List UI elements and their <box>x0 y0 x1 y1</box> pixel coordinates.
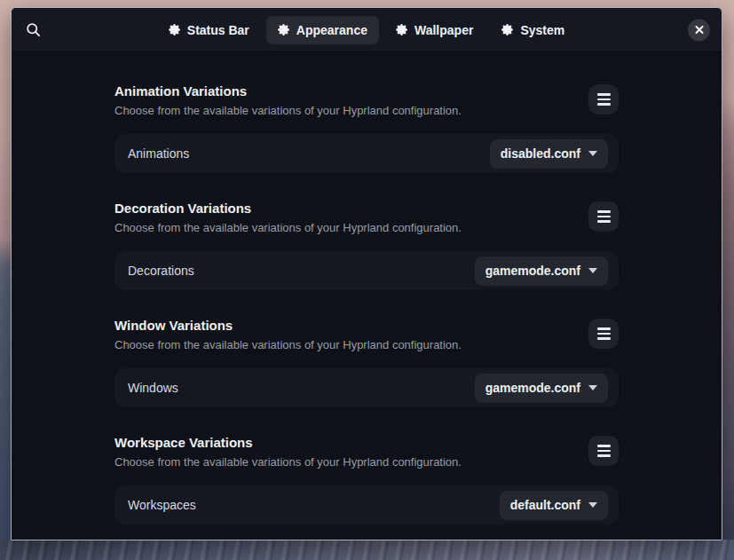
chevron-down-icon <box>588 502 597 508</box>
decoration-menu-button[interactable] <box>588 201 619 232</box>
close-button[interactable] <box>688 19 710 41</box>
hamburger-menu-icon <box>597 327 611 339</box>
group-title: Workspace Variations <box>114 434 619 451</box>
tab-appearance[interactable]: Appearance <box>266 16 379 44</box>
workspace-menu-button[interactable] <box>588 436 619 466</box>
group-title: Animation Variations <box>114 83 619 99</box>
windows-dropdown[interactable]: gamemode.conf <box>475 374 608 403</box>
gear-icon <box>396 24 407 35</box>
tab-system[interactable]: System <box>490 16 576 44</box>
header-bar: Status Bar Appearance Wallpaper System <box>12 8 722 52</box>
tab-label: Status Bar <box>187 23 249 37</box>
wallpaper-right-ridge <box>722 0 734 560</box>
hamburger-menu-icon <box>597 210 611 222</box>
chevron-down-icon <box>588 268 597 273</box>
animations-dropdown[interactable]: disabled.conf <box>490 139 608 169</box>
group-description: Choose from the available variations of … <box>114 454 619 470</box>
windows-row: Windows gamemode.conf <box>114 368 619 407</box>
tab-bar: Status Bar Appearance Wallpaper System <box>12 16 722 44</box>
tab-wallpaper[interactable]: Wallpaper <box>384 16 485 44</box>
group-decoration-variations: Decoration Variations Choose from the av… <box>114 200 619 290</box>
wallpaper-bottom-mountain <box>0 540 734 560</box>
hamburger-menu-icon <box>597 445 611 456</box>
row-label: Workspaces <box>128 498 500 512</box>
dropdown-value: gamemode.conf <box>485 381 580 395</box>
dropdown-value: default.conf <box>510 498 580 512</box>
tab-status-bar[interactable]: Status Bar <box>157 16 261 44</box>
decorations-row: Decorations gamemode.conf <box>114 251 619 290</box>
dropdown-value: disabled.conf <box>501 146 580 161</box>
group-workspace-variations: Workspace Variations Choose from the ava… <box>114 434 619 525</box>
row-label: Decorations <box>128 264 475 278</box>
gear-icon <box>501 24 513 35</box>
row-label: Animations <box>128 146 490 161</box>
close-icon <box>695 26 704 35</box>
group-title: Window Variations <box>114 317 619 334</box>
search-button[interactable] <box>26 8 41 51</box>
chevron-down-icon <box>588 151 597 156</box>
tab-label: Wallpaper <box>414 23 473 37</box>
tab-label: System <box>520 23 564 37</box>
chevron-down-icon <box>588 385 597 390</box>
workspaces-dropdown[interactable]: default.conf <box>500 491 608 520</box>
group-description: Choose from the available variations of … <box>114 103 619 119</box>
group-description: Choose from the available variations of … <box>114 220 619 236</box>
group-animation-variations: Animation Variations Choose from the ava… <box>114 83 619 173</box>
group-description: Choose from the available variations of … <box>114 337 619 353</box>
animation-menu-button[interactable] <box>588 84 619 114</box>
tab-label: Appearance <box>296 23 367 37</box>
workspaces-row: Workspaces default.conf <box>114 485 619 525</box>
search-icon <box>26 22 41 37</box>
group-title: Decoration Variations <box>114 200 619 217</box>
decorations-dropdown[interactable]: gamemode.conf <box>475 256 608 286</box>
row-label: Windows <box>128 381 475 395</box>
dropdown-value: gamemode.conf <box>485 264 580 278</box>
group-window-variations: Window Variations Choose from the availa… <box>114 317 619 407</box>
settings-window: Status Bar Appearance Wallpaper System <box>11 7 722 540</box>
gear-icon <box>169 24 180 35</box>
hamburger-menu-icon <box>597 93 611 105</box>
gear-icon <box>278 24 289 35</box>
window-menu-button[interactable] <box>588 319 619 349</box>
preferences-page: Animation Variations Choose from the ava… <box>12 52 722 525</box>
animations-row: Animations disabled.conf <box>114 134 619 173</box>
